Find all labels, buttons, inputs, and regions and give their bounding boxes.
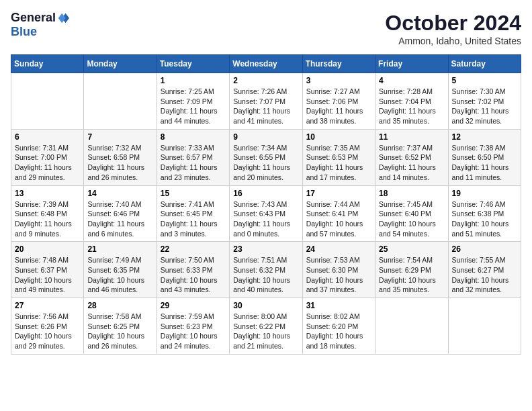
calendar-header-row: SundayMondayTuesdayWednesdayThursdayFrid…: [11, 55, 521, 73]
logo-icon: [57, 12, 69, 24]
day-detail: Sunrise: 7:33 AMSunset: 6:57 PMDaylight:…: [161, 143, 226, 183]
day-number: 8: [161, 132, 226, 142]
day-detail: Sunrise: 7:48 AMSunset: 6:37 PMDaylight:…: [15, 255, 80, 295]
day-number: 25: [379, 244, 444, 254]
calendar-cell: 29Sunrise: 7:59 AMSunset: 6:23 PMDayligh…: [157, 298, 229, 355]
calendar-cell: 26Sunrise: 7:55 AMSunset: 6:27 PMDayligh…: [448, 242, 521, 298]
calendar-week-4: 20Sunrise: 7:48 AMSunset: 6:37 PMDayligh…: [11, 242, 521, 298]
day-number: 18: [379, 189, 444, 198]
day-number: 16: [233, 189, 298, 198]
day-detail: Sunrise: 7:44 AMSunset: 6:41 PMDaylight:…: [306, 199, 371, 239]
day-detail: Sunrise: 7:28 AMSunset: 7:04 PMDaylight:…: [379, 87, 444, 126]
day-number: 4: [379, 76, 444, 85]
day-detail: Sunrise: 7:37 AMSunset: 6:52 PMDaylight:…: [379, 143, 444, 183]
day-number: 31: [306, 301, 371, 310]
day-detail: Sunrise: 7:53 AMSunset: 6:30 PMDaylight:…: [306, 255, 371, 295]
day-number: 27: [15, 301, 80, 310]
day-detail: Sunrise: 7:40 AMSunset: 6:46 PMDaylight:…: [87, 199, 152, 239]
calendar-week-5: 27Sunrise: 7:56 AMSunset: 6:26 PMDayligh…: [11, 298, 521, 355]
calendar-cell: 9Sunrise: 7:34 AMSunset: 6:55 PMDaylight…: [230, 129, 302, 185]
day-detail: Sunrise: 7:34 AMSunset: 6:55 PMDaylight:…: [233, 143, 298, 183]
day-number: 30: [233, 301, 298, 310]
day-number: 9: [233, 132, 298, 142]
day-number: 29: [161, 301, 226, 310]
calendar-cell: 10Sunrise: 7:35 AMSunset: 6:53 PMDayligh…: [302, 129, 375, 185]
day-number: 15: [161, 189, 226, 198]
day-number: 6: [15, 132, 80, 142]
calendar-cell: 22Sunrise: 7:50 AMSunset: 6:33 PMDayligh…: [157, 242, 229, 298]
calendar-cell: 12Sunrise: 7:38 AMSunset: 6:50 PMDayligh…: [448, 129, 521, 185]
day-detail: Sunrise: 7:38 AMSunset: 6:50 PMDaylight:…: [452, 143, 517, 183]
day-detail: Sunrise: 7:32 AMSunset: 6:58 PMDaylight:…: [87, 143, 152, 183]
day-detail: Sunrise: 7:25 AMSunset: 7:09 PMDaylight:…: [161, 87, 226, 126]
day-detail: Sunrise: 7:50 AMSunset: 6:33 PMDaylight:…: [161, 255, 226, 295]
calendar-cell: 6Sunrise: 7:31 AMSunset: 7:00 PMDaylight…: [11, 129, 84, 185]
day-number: 7: [87, 132, 152, 142]
calendar-cell: 13Sunrise: 7:39 AMSunset: 6:48 PMDayligh…: [11, 185, 84, 242]
calendar-cell: [11, 73, 84, 130]
calendar-cell: 27Sunrise: 7:56 AMSunset: 6:26 PMDayligh…: [11, 298, 84, 355]
calendar-cell: 23Sunrise: 7:51 AMSunset: 6:32 PMDayligh…: [230, 242, 302, 298]
day-number: 24: [306, 244, 371, 254]
day-number: 10: [306, 132, 371, 142]
calendar-cell: 18Sunrise: 7:45 AMSunset: 6:40 PMDayligh…: [375, 185, 448, 242]
day-detail: Sunrise: 7:31 AMSunset: 7:00 PMDaylight:…: [15, 143, 80, 183]
calendar-cell: [448, 298, 521, 355]
header-monday: Monday: [84, 55, 157, 73]
day-detail: Sunrise: 7:27 AMSunset: 7:06 PMDaylight:…: [306, 87, 371, 126]
calendar-cell: 21Sunrise: 7:49 AMSunset: 6:35 PMDayligh…: [84, 242, 157, 298]
calendar-cell: 1Sunrise: 7:25 AMSunset: 7:09 PMDaylight…: [157, 73, 229, 130]
page-header: General Blue October 2024 Ammon, Idaho, …: [11, 11, 521, 46]
calendar-cell: 15Sunrise: 7:41 AMSunset: 6:45 PMDayligh…: [157, 185, 229, 242]
day-detail: Sunrise: 8:00 AMSunset: 6:22 PMDaylight:…: [233, 312, 298, 351]
svg-marker-1: [58, 13, 66, 22]
day-number: 2: [233, 76, 298, 85]
day-number: 20: [15, 244, 80, 254]
day-number: 14: [87, 189, 152, 198]
day-number: 17: [306, 189, 371, 198]
calendar-cell: 20Sunrise: 7:48 AMSunset: 6:37 PMDayligh…: [11, 242, 84, 298]
calendar-table: SundayMondayTuesdayWednesdayThursdayFrid…: [11, 54, 521, 355]
day-detail: Sunrise: 7:39 AMSunset: 6:48 PMDaylight:…: [15, 199, 80, 239]
day-detail: Sunrise: 7:56 AMSunset: 6:26 PMDaylight:…: [15, 312, 80, 351]
calendar-week-1: 1Sunrise: 7:25 AMSunset: 7:09 PMDaylight…: [11, 73, 521, 130]
day-detail: Sunrise: 7:58 AMSunset: 6:25 PMDaylight:…: [87, 312, 152, 351]
calendar-cell: 4Sunrise: 7:28 AMSunset: 7:04 PMDaylight…: [375, 73, 448, 130]
calendar-cell: 7Sunrise: 7:32 AMSunset: 6:58 PMDaylight…: [84, 129, 157, 185]
location: Ammon, Idaho, United States: [385, 36, 521, 46]
day-number: 23: [233, 244, 298, 254]
month-title: October 2024: [385, 11, 521, 36]
day-detail: Sunrise: 7:51 AMSunset: 6:32 PMDaylight:…: [233, 255, 298, 295]
calendar-cell: 3Sunrise: 7:27 AMSunset: 7:06 PMDaylight…: [302, 73, 375, 130]
calendar-cell: 5Sunrise: 7:30 AMSunset: 7:02 PMDaylight…: [448, 73, 521, 130]
day-number: 21: [87, 244, 152, 254]
calendar-cell: 14Sunrise: 7:40 AMSunset: 6:46 PMDayligh…: [84, 185, 157, 242]
day-detail: Sunrise: 7:49 AMSunset: 6:35 PMDaylight:…: [87, 255, 152, 295]
calendar-cell: [375, 298, 448, 355]
day-detail: Sunrise: 7:54 AMSunset: 6:29 PMDaylight:…: [379, 255, 444, 295]
calendar-cell: 2Sunrise: 7:26 AMSunset: 7:07 PMDaylight…: [230, 73, 302, 130]
day-detail: Sunrise: 7:55 AMSunset: 6:27 PMDaylight:…: [452, 255, 517, 295]
logo: General Blue: [11, 11, 69, 39]
calendar-cell: 17Sunrise: 7:44 AMSunset: 6:41 PMDayligh…: [302, 185, 375, 242]
day-detail: Sunrise: 7:41 AMSunset: 6:45 PMDaylight:…: [161, 199, 226, 239]
day-number: 1: [161, 76, 226, 85]
calendar-week-2: 6Sunrise: 7:31 AMSunset: 7:00 PMDaylight…: [11, 129, 521, 185]
day-number: 3: [306, 76, 371, 85]
calendar-cell: 30Sunrise: 8:00 AMSunset: 6:22 PMDayligh…: [230, 298, 302, 355]
logo-blue-text: Blue: [11, 25, 37, 38]
day-number: 11: [379, 132, 444, 142]
day-detail: Sunrise: 7:26 AMSunset: 7:07 PMDaylight:…: [233, 87, 298, 126]
header-thursday: Thursday: [302, 55, 375, 73]
calendar-cell: [84, 73, 157, 130]
day-detail: Sunrise: 7:30 AMSunset: 7:02 PMDaylight:…: [452, 87, 517, 126]
day-number: 22: [161, 244, 226, 254]
day-detail: Sunrise: 7:45 AMSunset: 6:40 PMDaylight:…: [379, 199, 444, 239]
day-detail: Sunrise: 7:46 AMSunset: 6:38 PMDaylight:…: [452, 199, 517, 239]
calendar-cell: 19Sunrise: 7:46 AMSunset: 6:38 PMDayligh…: [448, 185, 521, 242]
day-number: 28: [87, 301, 152, 310]
logo-general-text: General: [11, 11, 56, 25]
calendar-cell: 28Sunrise: 7:58 AMSunset: 6:25 PMDayligh…: [84, 298, 157, 355]
title-block: October 2024 Ammon, Idaho, United States: [385, 11, 521, 46]
calendar-week-3: 13Sunrise: 7:39 AMSunset: 6:48 PMDayligh…: [11, 185, 521, 242]
